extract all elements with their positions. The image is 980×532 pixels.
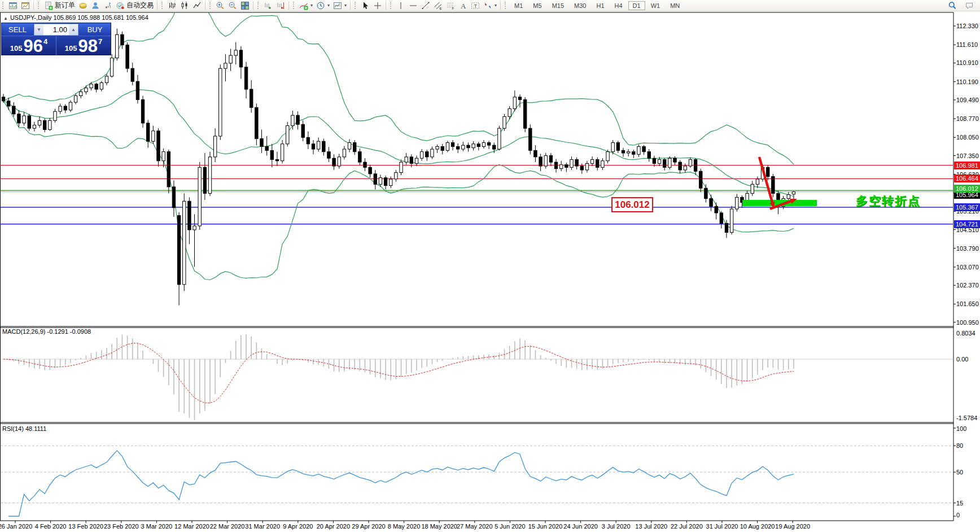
toolbar-separator <box>500 1 501 10</box>
trendline-icon[interactable] <box>419 1 432 10</box>
price-tick-label: 102.370 <box>956 282 980 289</box>
mt4-window: 新订单自动交易▾▾▾EFAT▾M1M5M15M30H1H4D1W1MN ▲USD… <box>0 0 980 532</box>
macd-label: MACD(12,26,9) -0.1291 -0.0908 <box>2 328 91 335</box>
price-tick-label: 103.790 <box>956 245 980 252</box>
toolbar-grip <box>38 2 41 9</box>
rsi-axis-label: 50 <box>956 469 980 476</box>
toolbar-grip <box>355 2 357 9</box>
templates-icon[interactable]: ▾ <box>331 1 348 10</box>
label-icon[interactable]: T <box>469 1 482 10</box>
periods-icon[interactable]: ▾ <box>314 1 331 10</box>
chart-shift-icon[interactable] <box>274 1 287 10</box>
volume-up-icon[interactable]: ▲ <box>69 24 78 35</box>
date-tick-label: 19 Aug 2020 <box>775 523 810 530</box>
candlestick-icon[interactable] <box>178 1 191 10</box>
date-tick-label: 23 Feb 2020 <box>104 523 139 530</box>
timeframe-button-mn[interactable]: MN <box>666 1 684 10</box>
toolbar-separator <box>157 1 158 10</box>
new-order-icon[interactable]: 新订单 <box>42 1 77 10</box>
timeframe-button-m15[interactable]: M15 <box>548 1 568 10</box>
turning-point-annotation[interactable]: 多空转折点 <box>856 193 921 209</box>
sell-price[interactable]: 105964 <box>2 36 56 55</box>
signals-icon[interactable] <box>102 1 114 10</box>
date-tick-label: 10 Aug 2020 <box>740 523 775 530</box>
price-marker-106.981: 106.981 <box>954 162 980 169</box>
date-axis: 26 Jan 20204 Feb 202013 Feb 202023 Feb 2… <box>0 520 954 532</box>
date-tick-label: 20 Apr 2020 <box>317 523 350 530</box>
chat-icon[interactable] <box>963 1 975 10</box>
new-chart-icon[interactable] <box>7 1 19 10</box>
vertical-line-icon[interactable] <box>395 1 407 10</box>
chart-title: ▲USDJPY-,Daily 105.869 105.988 105.681 1… <box>3 14 148 21</box>
price-tick-label: 100.950 <box>956 319 980 326</box>
volume-down-icon[interactable]: ▼ <box>34 24 43 35</box>
channel-icon[interactable]: E <box>432 1 444 10</box>
price-tick-label: 101.650 <box>956 300 980 308</box>
chevron-down-icon[interactable]: ▾ <box>310 3 313 8</box>
toolbar-separator <box>386 1 386 10</box>
date-tick-label: 24 Jun 2020 <box>563 523 598 530</box>
chevron-down-icon[interactable]: ▾ <box>327 3 330 8</box>
bar-chart-icon[interactable] <box>166 1 178 10</box>
timeframe-button-w1[interactable]: W1 <box>646 1 665 10</box>
price-tick-label: 109.490 <box>956 97 980 104</box>
price-annotation-box[interactable]: 106.012 <box>611 197 653 212</box>
oct-collapse-icon[interactable]: ▲ <box>3 16 8 21</box>
price-tick-label: 107.350 <box>956 152 980 160</box>
date-tick-label: 3 Jul 2020 <box>602 523 631 530</box>
timeframe-button-h4[interactable]: H4 <box>610 1 627 10</box>
one-click-trading-panel: SELL ▼ ▲ BUY 105964 105987 <box>1 23 111 55</box>
chevron-down-icon[interactable]: ▾ <box>495 3 497 8</box>
date-tick-label: 5 Jun 2020 <box>495 523 525 530</box>
chevron-down-icon[interactable]: ▾ <box>344 3 347 8</box>
indicators-icon[interactable]: ▾ <box>298 1 314 10</box>
arrows-icon[interactable]: ▾ <box>482 1 498 10</box>
sell-button[interactable]: SELL <box>2 23 33 36</box>
timeframe-button-m30[interactable]: M30 <box>570 1 590 10</box>
buy-price[interactable]: 105987 <box>56 36 111 55</box>
svg-text:T: T <box>474 3 478 8</box>
text-icon[interactable]: A <box>457 1 469 10</box>
timeframe-button-m5[interactable]: M5 <box>528 1 546 10</box>
price-tick-label: 110.190 <box>956 79 980 86</box>
price-tick-label: 110.910 <box>956 59 980 67</box>
autotrading-icon[interactable]: 自动交易 <box>114 1 155 10</box>
search-icon[interactable] <box>946 1 959 10</box>
cursor-icon[interactable] <box>359 1 371 10</box>
macd-axis-label: -1.5784 <box>956 415 980 422</box>
svg-text:A: A <box>461 1 466 10</box>
date-tick-label: 18 May 2020 <box>421 523 457 530</box>
deposit-icon[interactable] <box>77 1 89 10</box>
price-tick-label: 111.610 <box>956 41 980 49</box>
fibonacci-icon[interactable]: F <box>444 1 457 10</box>
chart-canvas[interactable]: ▲USDJPY-,Daily 105.869 105.988 105.681 1… <box>0 11 980 532</box>
timeframe-button-d1[interactable]: D1 <box>628 1 645 10</box>
zoom-out-icon[interactable] <box>226 1 239 10</box>
rsi-label: RSI(14) 48.1111 <box>2 425 46 432</box>
buy-button[interactable]: BUY <box>79 23 111 36</box>
date-tick-label: 13 Feb 2020 <box>68 523 103 530</box>
timeframe-button-m1[interactable]: M1 <box>510 1 527 10</box>
profiles-icon[interactable] <box>19 1 32 10</box>
date-tick-label: 15 Jun 2020 <box>528 523 563 530</box>
svg-text:F: F <box>452 7 454 10</box>
autotrading-label: 自动交易 <box>126 1 154 10</box>
toolbar-separator <box>33 1 34 10</box>
volume-input[interactable] <box>43 24 69 35</box>
zoom-in-icon[interactable] <box>214 1 226 10</box>
toolbar-grip <box>2 2 5 9</box>
crosshair-icon[interactable] <box>371 1 384 10</box>
rsi-axis-label: 15 <box>956 500 980 507</box>
tile-windows-icon[interactable] <box>239 1 251 10</box>
price-tick-label: 112.330 <box>956 23 980 30</box>
toolbar-separator <box>253 1 253 10</box>
line-chart-icon[interactable] <box>191 1 203 10</box>
date-tick-label: 13 Jul 2020 <box>635 523 667 530</box>
community-icon[interactable] <box>89 1 102 10</box>
horizontal-line-icon[interactable] <box>407 1 419 10</box>
date-tick-label: 8 May 2020 <box>388 523 420 530</box>
auto-scroll-icon[interactable] <box>262 1 274 10</box>
macd-axis-label: 0.8034 <box>956 330 980 337</box>
timeframe-button-h1[interactable]: H1 <box>592 1 609 10</box>
date-tick-label: 31 Jul 2020 <box>706 523 738 530</box>
